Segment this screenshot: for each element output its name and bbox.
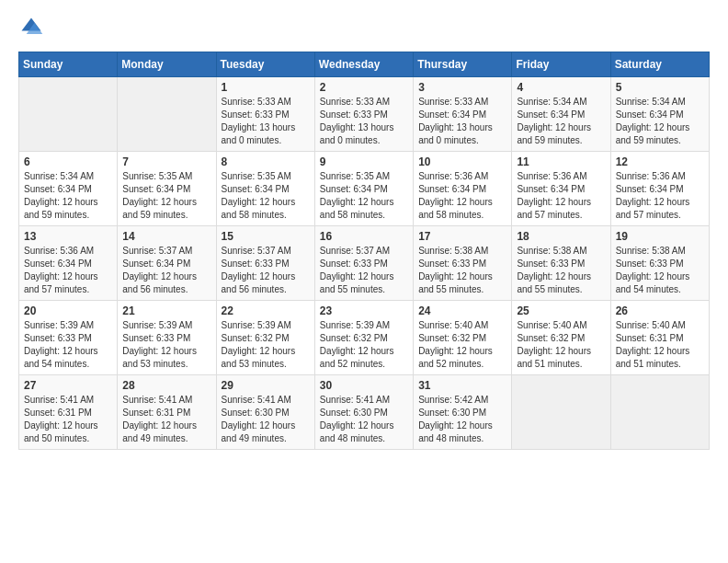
day-info: Sunrise: 5:35 AMSunset: 6:34 PMDaylight:… [222, 170, 310, 222]
calendar-week-row: 13Sunrise: 5:36 AMSunset: 6:34 PMDayligh… [19, 226, 710, 301]
calendar-cell: 24Sunrise: 5:40 AMSunset: 6:32 PMDayligh… [414, 301, 512, 375]
calendar-cell: 26Sunrise: 5:40 AMSunset: 6:31 PMDayligh… [610, 301, 709, 375]
calendar-cell: 25Sunrise: 5:40 AMSunset: 6:32 PMDayligh… [512, 301, 610, 375]
calendar-cell: 21Sunrise: 5:39 AMSunset: 6:33 PMDayligh… [118, 301, 216, 375]
calendar-cell: 19Sunrise: 5:38 AMSunset: 6:33 PMDayligh… [610, 226, 709, 301]
day-number: 24 [418, 304, 506, 317]
calendar-cell: 9Sunrise: 5:35 AMSunset: 6:34 PMDaylight… [314, 152, 413, 226]
day-info: Sunrise: 5:34 AMSunset: 6:34 PMDaylight:… [517, 96, 605, 147]
day-info: Sunrise: 5:33 AMSunset: 6:33 PMDaylight:… [320, 96, 408, 147]
calendar-cell: 8Sunrise: 5:35 AMSunset: 6:34 PMDaylight… [216, 152, 314, 226]
day-number: 17 [418, 230, 506, 243]
day-info: Sunrise: 5:33 AMSunset: 6:33 PMDaylight:… [222, 96, 310, 147]
calendar-cell: 14Sunrise: 5:37 AMSunset: 6:34 PMDayligh… [118, 226, 216, 301]
weekday-header: Monday [118, 52, 216, 77]
calendar-cell: 22Sunrise: 5:39 AMSunset: 6:32 PMDayligh… [216, 301, 314, 375]
day-info: Sunrise: 5:40 AMSunset: 6:31 PMDaylight:… [616, 319, 704, 371]
day-number: 27 [24, 379, 112, 392]
calendar-cell: 18Sunrise: 5:38 AMSunset: 6:33 PMDayligh… [512, 226, 610, 301]
day-info: Sunrise: 5:37 AMSunset: 6:33 PMDaylight:… [222, 245, 310, 296]
calendar-cell [118, 77, 216, 152]
day-info: Sunrise: 5:36 AMSunset: 6:34 PMDaylight:… [24, 245, 112, 296]
day-info: Sunrise: 5:42 AMSunset: 6:30 PMDaylight:… [418, 394, 506, 445]
calendar-cell: 13Sunrise: 5:36 AMSunset: 6:34 PMDayligh… [19, 226, 118, 301]
day-info: Sunrise: 5:40 AMSunset: 6:32 PMDaylight:… [517, 319, 605, 371]
day-number: 23 [320, 304, 408, 317]
day-info: Sunrise: 5:41 AMSunset: 6:31 PMDaylight:… [122, 394, 210, 445]
day-info: Sunrise: 5:38 AMSunset: 6:33 PMDaylight:… [616, 245, 704, 296]
calendar-cell: 10Sunrise: 5:36 AMSunset: 6:34 PMDayligh… [414, 152, 512, 226]
weekday-header: Wednesday [314, 52, 413, 77]
calendar-cell: 5Sunrise: 5:34 AMSunset: 6:34 PMDaylight… [610, 77, 709, 152]
day-info: Sunrise: 5:36 AMSunset: 6:34 PMDaylight:… [517, 170, 605, 222]
calendar-week-row: 6Sunrise: 5:34 AMSunset: 6:34 PMDaylight… [19, 152, 710, 226]
day-number: 12 [616, 155, 704, 168]
day-number: 6 [24, 155, 112, 168]
calendar-cell: 28Sunrise: 5:41 AMSunset: 6:31 PMDayligh… [118, 375, 216, 450]
day-number: 1 [222, 81, 310, 94]
day-number: 26 [616, 304, 704, 317]
calendar-cell [512, 375, 610, 450]
day-info: Sunrise: 5:40 AMSunset: 6:32 PMDaylight:… [418, 319, 506, 371]
day-info: Sunrise: 5:41 AMSunset: 6:30 PMDaylight:… [222, 394, 310, 445]
day-info: Sunrise: 5:33 AMSunset: 6:34 PMDaylight:… [418, 96, 506, 147]
day-number: 15 [222, 230, 310, 243]
day-info: Sunrise: 5:38 AMSunset: 6:33 PMDaylight:… [517, 245, 605, 296]
calendar-cell [610, 375, 709, 450]
calendar-cell: 1Sunrise: 5:33 AMSunset: 6:33 PMDaylight… [216, 77, 314, 152]
day-number: 28 [122, 379, 210, 392]
day-info: Sunrise: 5:36 AMSunset: 6:34 PMDaylight:… [418, 170, 506, 222]
day-info: Sunrise: 5:39 AMSunset: 6:33 PMDaylight:… [24, 319, 112, 371]
calendar-cell: 27Sunrise: 5:41 AMSunset: 6:31 PMDayligh… [19, 375, 118, 450]
logo-icon [18, 15, 44, 40]
day-info: Sunrise: 5:38 AMSunset: 6:33 PMDaylight:… [418, 245, 506, 296]
day-number: 31 [418, 379, 506, 392]
calendar-cell: 2Sunrise: 5:33 AMSunset: 6:33 PMDaylight… [314, 77, 413, 152]
day-number: 5 [616, 81, 704, 94]
day-info: Sunrise: 5:35 AMSunset: 6:34 PMDaylight:… [320, 170, 408, 222]
header [18, 15, 710, 40]
day-number: 9 [320, 155, 408, 168]
calendar-cell: 7Sunrise: 5:35 AMSunset: 6:34 PMDaylight… [118, 152, 216, 226]
day-number: 10 [418, 155, 506, 168]
calendar-cell: 29Sunrise: 5:41 AMSunset: 6:30 PMDayligh… [216, 375, 314, 450]
calendar-cell: 6Sunrise: 5:34 AMSunset: 6:34 PMDaylight… [19, 152, 118, 226]
day-info: Sunrise: 5:37 AMSunset: 6:34 PMDaylight:… [122, 245, 210, 296]
header-row: SundayMondayTuesdayWednesdayThursdayFrid… [19, 52, 710, 77]
day-number: 4 [517, 81, 605, 94]
day-number: 11 [517, 155, 605, 168]
day-number: 29 [222, 379, 310, 392]
calendar-cell: 31Sunrise: 5:42 AMSunset: 6:30 PMDayligh… [414, 375, 512, 450]
weekday-header: Sunday [19, 52, 118, 77]
logo [18, 15, 48, 40]
calendar-table: SundayMondayTuesdayWednesdayThursdayFrid… [18, 52, 710, 450]
calendar-cell: 23Sunrise: 5:39 AMSunset: 6:32 PMDayligh… [314, 301, 413, 375]
day-info: Sunrise: 5:39 AMSunset: 6:32 PMDaylight:… [320, 319, 408, 371]
day-info: Sunrise: 5:41 AMSunset: 6:31 PMDaylight:… [24, 394, 112, 445]
day-number: 30 [320, 379, 408, 392]
calendar-cell: 12Sunrise: 5:36 AMSunset: 6:34 PMDayligh… [610, 152, 709, 226]
day-number: 21 [122, 304, 210, 317]
weekday-header: Tuesday [216, 52, 314, 77]
calendar-week-row: 20Sunrise: 5:39 AMSunset: 6:33 PMDayligh… [19, 301, 710, 375]
weekday-header: Friday [512, 52, 610, 77]
weekday-header: Thursday [414, 52, 512, 77]
day-info: Sunrise: 5:35 AMSunset: 6:34 PMDaylight:… [122, 170, 210, 222]
day-info: Sunrise: 5:36 AMSunset: 6:34 PMDaylight:… [616, 170, 704, 222]
calendar-cell: 30Sunrise: 5:41 AMSunset: 6:30 PMDayligh… [314, 375, 413, 450]
calendar-week-row: 27Sunrise: 5:41 AMSunset: 6:31 PMDayligh… [19, 375, 710, 450]
calendar-cell: 11Sunrise: 5:36 AMSunset: 6:34 PMDayligh… [512, 152, 610, 226]
calendar-cell: 16Sunrise: 5:37 AMSunset: 6:33 PMDayligh… [314, 226, 413, 301]
day-info: Sunrise: 5:41 AMSunset: 6:30 PMDaylight:… [320, 394, 408, 445]
calendar-cell: 4Sunrise: 5:34 AMSunset: 6:34 PMDaylight… [512, 77, 610, 152]
day-info: Sunrise: 5:34 AMSunset: 6:34 PMDaylight:… [24, 170, 112, 222]
day-number: 2 [320, 81, 408, 94]
day-number: 16 [320, 230, 408, 243]
day-number: 13 [24, 230, 112, 243]
calendar-cell: 20Sunrise: 5:39 AMSunset: 6:33 PMDayligh… [19, 301, 118, 375]
day-number: 7 [122, 155, 210, 168]
day-number: 3 [418, 81, 506, 94]
day-number: 18 [517, 230, 605, 243]
calendar-cell: 17Sunrise: 5:38 AMSunset: 6:33 PMDayligh… [414, 226, 512, 301]
calendar-cell: 15Sunrise: 5:37 AMSunset: 6:33 PMDayligh… [216, 226, 314, 301]
